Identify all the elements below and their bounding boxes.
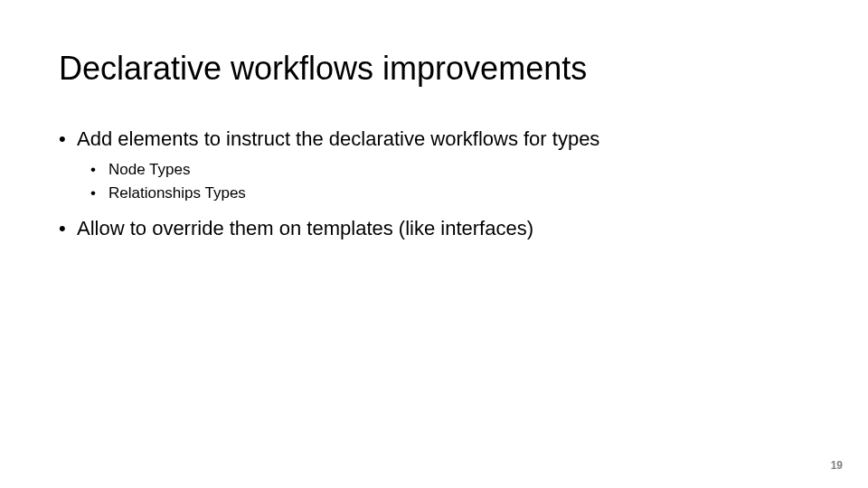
bullet-item-1: Add elements to instruct the declarative… bbox=[59, 127, 809, 153]
page-number: 19 bbox=[831, 459, 843, 472]
bullet-item-2: Allow to override them on templates (lik… bbox=[59, 216, 809, 242]
sub-bullet-group: Node Types Relationships Types bbox=[59, 160, 809, 203]
slide-title: Declarative workflows improvements bbox=[59, 50, 587, 88]
sub-bullet-item-2: Relationships Types bbox=[90, 183, 809, 203]
slide-content: Add elements to instruct the declarative… bbox=[59, 127, 809, 249]
sub-bullet-item-1: Node Types bbox=[90, 160, 809, 180]
